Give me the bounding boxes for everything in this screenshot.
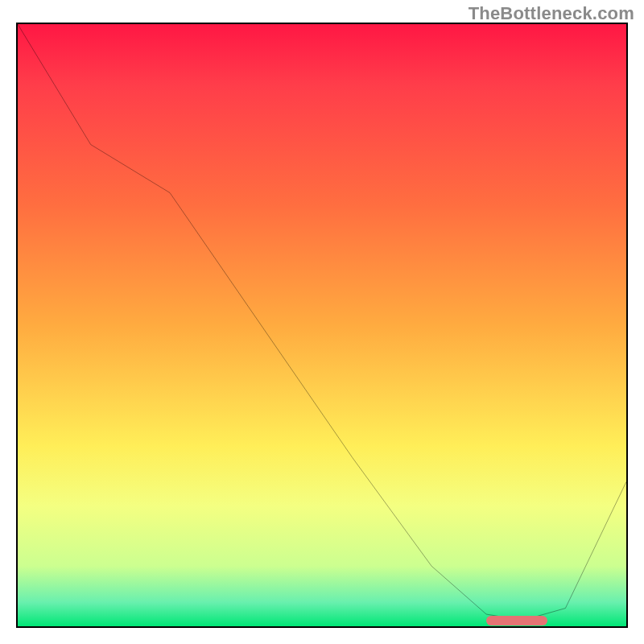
watermark-text: TheBottleneck.com bbox=[469, 3, 634, 24]
bottleneck-curve bbox=[18, 24, 626, 626]
chart-plot-area bbox=[16, 23, 628, 628]
optimal-range-marker bbox=[486, 616, 547, 625]
